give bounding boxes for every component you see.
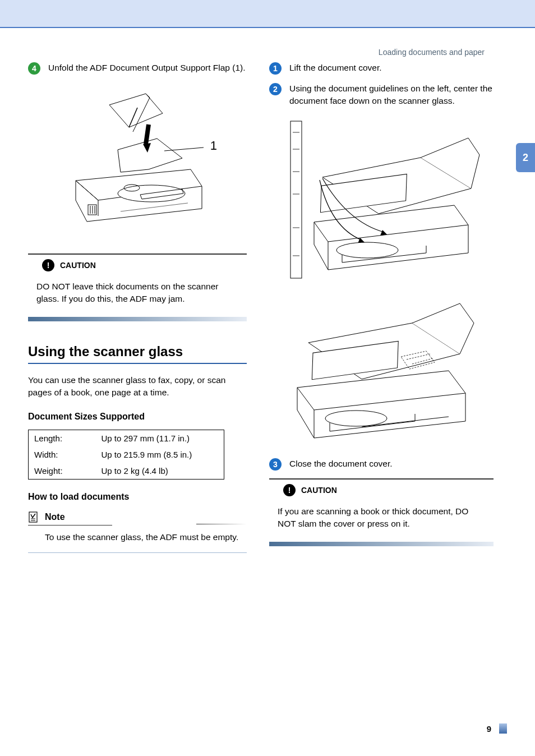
spec-value: Up to 2 kg (4.4 lb) [96,463,224,480]
section-title: Using the scanner glass [28,344,247,364]
step-number-icon: 4 [28,62,40,75]
step-2: 2 Using the document guidelines on the l… [269,82,494,108]
section-intro: You can use the scanner glass to fax, co… [28,374,247,399]
step-text: Using the document guidelines on the lef… [289,82,494,108]
gradient-bar [28,317,247,321]
table-row: Length: Up to 297 mm (11.7 in.) [29,430,224,446]
page-corner-decor [499,723,507,734]
step-number-icon: 2 [269,83,282,95]
note-icon [28,511,39,523]
step-3: 3 Close the document cover. [269,458,494,471]
step-number-icon: 3 [269,458,282,471]
figure-callout-1: 1 [210,139,217,153]
right-column: 1 Lift the document cover. 2 Using the d… [269,62,494,553]
spec-label: Length: [29,430,96,446]
table-row: Width: Up to 215.9 mm (8.5 in.) [29,446,224,463]
spec-label: Weight: [29,463,96,480]
caution-text: If you are scanning a book or thick docu… [269,501,494,540]
figure-adf-flap: 1 [53,82,222,239]
step-text: Lift the document cover. [289,62,494,74]
note-rule [196,524,247,525]
step-text: Unfold the ADF Document Output Support F… [48,62,247,74]
step-text: Close the document cover. [289,458,494,470]
svg-rect-11 [290,121,302,278]
caution-label: CAUTION [301,486,337,495]
note-text: To use the scanner glass, the ADF must b… [28,525,247,552]
figure-scanner-open [280,298,482,444]
gradient-bar [269,542,494,546]
sizes-heading: Document Sizes Supported [28,412,247,422]
svg-point-0 [118,185,185,202]
spec-value: Up to 297 mm (11.7 in.) [96,430,224,446]
spec-label: Width: [29,446,96,463]
step-4: 4 Unfold the ADF Document Output Support… [28,62,247,75]
topbar [0,0,535,28]
caution-text: DO NOT leave thick documents on the scan… [28,276,247,315]
sizes-table: Length: Up to 297 mm (11.7 in.) Width: U… [28,430,224,480]
note-box: Note To use the scanner glass, the ADF m… [28,511,247,553]
caution-box-cover: ! CAUTION If you are scanning a book or … [269,478,494,546]
how-to-heading: How to load documents [28,492,247,502]
step-1: 1 Lift the document cover. [269,62,494,75]
figure-scanner-guidelines [280,116,482,284]
caution-label: CAUTION [60,261,96,270]
spec-value: Up to 215.9 mm (8.5 in.) [96,446,224,463]
note-label: Note [45,512,65,522]
table-row: Weight: Up to 2 kg (4.4 lb) [29,463,224,480]
svg-point-21 [336,242,398,258]
page-number: 9 [487,724,491,734]
step-number-icon: 1 [269,62,282,75]
svg-point-25 [325,411,387,426]
left-column: 4 Unfold the ADF Document Output Support… [28,62,247,553]
caution-icon: ! [42,259,54,271]
svg-line-7 [164,147,204,151]
caution-box-adf: ! CAUTION DO NOT leave thick documents o… [28,253,247,321]
caution-icon: ! [283,484,296,496]
